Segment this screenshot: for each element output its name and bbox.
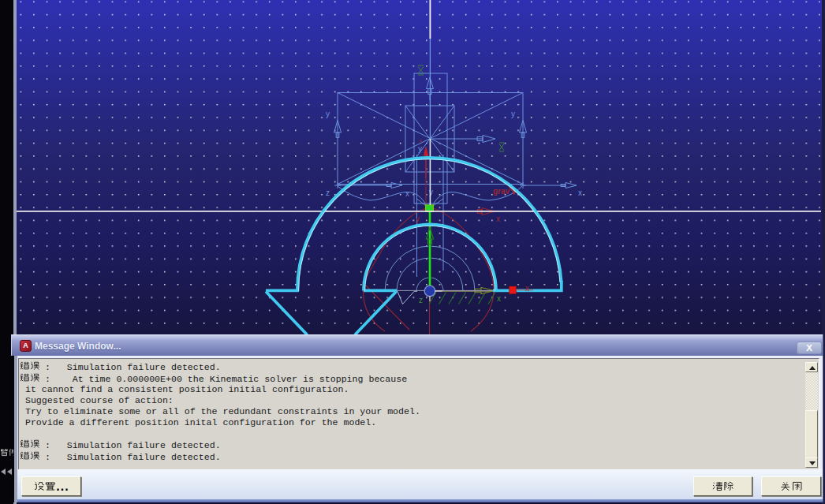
svg-text:x: x <box>578 189 582 197</box>
svg-text:y: y <box>416 215 420 223</box>
svg-text:x: x <box>497 294 501 303</box>
svg-text:x: x <box>496 215 500 223</box>
svg-text:x: x <box>419 137 422 144</box>
svg-text:x: x <box>405 189 409 198</box>
svg-text:y: y <box>511 110 515 118</box>
svg-text:grav: grav <box>493 187 510 196</box>
svg-text:y: y <box>326 110 330 118</box>
svg-text:z: z <box>419 296 423 304</box>
svg-text:x: x <box>525 284 529 293</box>
svg-text:y: y <box>418 144 422 153</box>
svg-text:z: z <box>326 189 330 197</box>
